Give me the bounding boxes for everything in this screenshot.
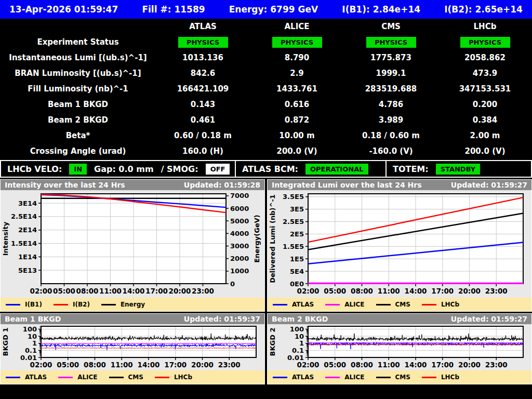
status-badge-in: IN [69, 164, 87, 175]
svg-text:05:00: 05:00 [53, 287, 75, 295]
table-cell: 0.60 / 0.18 m [156, 131, 250, 140]
table-cell: 1999.1 [344, 69, 438, 78]
table-cell: 0.872 [250, 115, 344, 125]
energy-label: Energy: 6799 GeV [229, 4, 318, 15]
svg-text:2E5: 2E5 [290, 230, 304, 238]
svg-text:08:00: 08:00 [76, 287, 99, 295]
legend-label: CMS [128, 374, 143, 381]
legend-label: CMS [395, 301, 410, 308]
table-cell: 0.384 [438, 115, 532, 125]
row-label: Crossing Angle (urad) [0, 147, 156, 156]
row-label: Fill Luminosity (nb)^-1 [0, 84, 156, 94]
table-cell: -160.0 (V) [344, 147, 438, 156]
legend-item: LHCb [422, 374, 459, 381]
beam1-intensity-label: I(B1): 2.84e+14 [342, 4, 420, 15]
svg-text:02:00: 02:00 [30, 287, 52, 295]
status-section-atlas-bcm: ATLAS BCM:OPERATIONAL [236, 161, 387, 177]
status-badge: PHYSICS [366, 37, 416, 48]
table-cell: 0.616 [250, 100, 344, 109]
status-badge-off: OFF [206, 164, 230, 175]
row-label: Experiment Status [0, 37, 156, 47]
svg-text:1E14: 1E14 [18, 253, 37, 261]
column-header-cms: CMS [344, 22, 438, 31]
table-cell: 0.18 / 0.60 m [344, 131, 438, 140]
right-axis-title: Energy(GeV) [253, 215, 261, 263]
legend-swatch [58, 377, 73, 378]
svg-text:20:00: 20:00 [169, 287, 191, 295]
svg-text:17:00: 17:00 [431, 287, 454, 295]
beam1-bkgd-plot: 1001010.10.0102:0005:0008:0011:0014:0017… [1, 324, 264, 370]
table-cell: 0.200 [438, 100, 532, 109]
chart-updated-time: Updated: 01:59:37 [184, 315, 260, 323]
table-cell: 1013.136 [156, 53, 250, 62]
svg-text:3000: 3000 [230, 242, 249, 250]
table-cell: 1775.873 [344, 53, 438, 62]
legend-swatch [6, 304, 20, 305]
svg-text:5000: 5000 [230, 217, 249, 225]
svg-text:1.5E5: 1.5E5 [283, 243, 304, 250]
svg-text:11:00: 11:00 [111, 361, 133, 369]
chart-updated-time: Updated: 01:59:28 [184, 181, 260, 189]
status-badge: PHYSICS [272, 37, 322, 48]
table-cell: 10.00 m [250, 131, 344, 140]
svg-text:2E14: 2E14 [18, 226, 37, 234]
panel-intensity-24h: Intensity over the last 24 HrsUpdated: 0… [0, 179, 265, 312]
legend-item: ATLAS [273, 374, 314, 381]
svg-text:2000: 2000 [230, 255, 249, 262]
svg-text:05:00: 05:00 [324, 287, 346, 295]
svg-text:05:00: 05:00 [57, 361, 79, 369]
legend-label: LHCb [441, 301, 459, 308]
lhc-page1-screen: 13-Apr-2026 01:59:47 Fill #: 11589 Energ… [0, 0, 532, 399]
beam2-bkgd-plot: 1001010.10.0102:0005:0008:0011:0014:0017… [268, 324, 531, 370]
chart-legend: ATLASALICECMSLHCb [268, 298, 531, 311]
chart-legend: I(B1)I(B2)Energy [1, 298, 264, 311]
svg-text:23:00: 23:00 [192, 287, 214, 295]
charts-grid: Intensity over the last 24 HrsUpdated: 0… [0, 179, 532, 384]
top-status-bar: 13-Apr-2026 01:59:47 Fill #: 11589 Energ… [0, 0, 532, 19]
svg-text:11:00: 11:00 [378, 287, 400, 295]
svg-text:08:00: 08:00 [351, 287, 373, 295]
svg-text:20:00: 20:00 [458, 361, 481, 369]
chart-legend: ATLASALICECMSLHCb [268, 370, 531, 384]
chart-title: Intensity over the last 24 Hrs [5, 181, 125, 189]
legend-label: ALICE [77, 374, 97, 381]
table-cell: 1433.761 [250, 84, 344, 94]
column-header-alice: ALICE [250, 22, 344, 31]
legend-label: ATLAS [292, 301, 314, 308]
svg-text:1.5E14: 1.5E14 [11, 240, 37, 247]
legend-swatch [325, 377, 340, 378]
svg-text:11:00: 11:00 [378, 361, 400, 369]
column-header-lhcb: LHCb [438, 22, 532, 31]
table-cell: 160.0 (H) [156, 147, 250, 156]
legend-swatch [376, 377, 391, 378]
legend-label: ATLAS [292, 374, 314, 381]
row-label: Beam 1 BKGD [0, 100, 156, 109]
legend-item: I(B2) [54, 301, 90, 308]
svg-text:3E14: 3E14 [18, 200, 37, 207]
status-label: TOTEM: [393, 164, 429, 174]
legend-swatch [422, 304, 436, 305]
svg-text:6000: 6000 [230, 205, 249, 212]
table-cell: 200.0 (V) [438, 147, 532, 156]
svg-text:02:00: 02:00 [297, 361, 320, 369]
panel-title-bar: Integrated Lumi over the last 24 HrsUpda… [268, 180, 531, 190]
svg-text:05:00: 05:00 [324, 361, 346, 369]
fill-number-label: Fill #: 11589 [142, 4, 205, 15]
table-cell: 8.790 [250, 53, 344, 62]
panel-title-bar: Beam 1 BKGDUpdated: 01:59:37 [1, 314, 264, 324]
svg-text:5E4: 5E4 [290, 268, 304, 275]
row-label: Beam 2 BKGD [0, 115, 156, 125]
table-cell: 842.6 [156, 69, 250, 78]
svg-text:2.5E14: 2.5E14 [11, 212, 37, 220]
status-badge-standby: STANDBY [436, 164, 481, 175]
status-badge-operational: OPERATIONAL [305, 164, 368, 175]
legend-item: ATLAS [6, 374, 47, 381]
left-axis-title: BKGD 1 [2, 327, 9, 356]
status-badge: PHYSICS [460, 37, 510, 48]
svg-text:2.5E5: 2.5E5 [283, 218, 304, 225]
status-badge: PHYSICS [178, 37, 228, 48]
panel-integrated-lumi-24h: Integrated Lumi over the last 24 HrsUpda… [267, 179, 532, 312]
table-cell: PHYSICS [438, 37, 532, 48]
svg-text:4000: 4000 [230, 230, 249, 237]
chart-legend: ATLASALICECMSLHCb [1, 370, 264, 384]
